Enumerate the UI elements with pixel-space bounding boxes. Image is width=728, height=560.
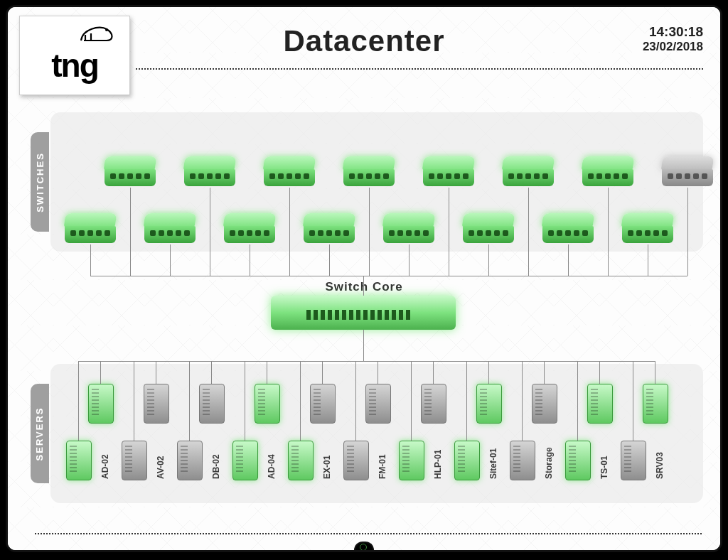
connector-line xyxy=(633,361,633,441)
connector-line xyxy=(78,361,79,441)
switch-node[interactable] xyxy=(542,213,594,244)
power-indicator-icon xyxy=(354,542,374,551)
screen-content: tng Datacenter 14:30:18 23/02/2018 SWITC… xyxy=(8,7,720,550)
connector-line xyxy=(250,244,250,276)
server-node[interactable] xyxy=(343,441,368,479)
connector-line xyxy=(300,361,301,441)
server-node[interactable] xyxy=(510,441,534,479)
connector-line xyxy=(599,361,600,384)
connector-line xyxy=(289,188,290,276)
connector-line xyxy=(90,244,91,276)
switch-node[interactable] xyxy=(662,156,713,188)
connector-line xyxy=(544,361,545,384)
switches-panel-label: SWITCHES xyxy=(35,152,46,212)
server-label: Sitef-01 xyxy=(488,448,498,479)
connector-line xyxy=(363,330,364,361)
server-node[interactable] xyxy=(565,441,589,479)
connector-line xyxy=(170,244,171,276)
server-node[interactable] xyxy=(399,441,423,479)
connector-line xyxy=(608,188,609,276)
switch-node[interactable] xyxy=(105,156,156,188)
switches-panel-tab: SWITCHES xyxy=(31,132,49,232)
server-node[interactable] xyxy=(66,441,90,479)
switch-node[interactable] xyxy=(184,156,235,188)
connector-line xyxy=(210,188,210,276)
connector-line xyxy=(134,361,134,441)
server-node[interactable] xyxy=(621,441,645,479)
connector-line xyxy=(449,188,449,276)
core-switch-label: Switch Core xyxy=(8,280,720,294)
servers-panel-label: SERVERS xyxy=(35,406,46,461)
server-node[interactable] xyxy=(365,384,390,422)
clock: 14:30:18 23/02/2018 xyxy=(643,24,703,54)
server-node[interactable] xyxy=(122,441,146,479)
switch-node[interactable] xyxy=(423,156,474,188)
core-switch[interactable] xyxy=(271,296,456,330)
server-node[interactable] xyxy=(643,384,667,422)
connector-line xyxy=(577,361,578,441)
server-node[interactable] xyxy=(454,441,478,479)
connector-line xyxy=(90,276,687,276)
connector-line xyxy=(522,361,523,441)
divider-top xyxy=(136,68,703,70)
server-node[interactable] xyxy=(310,384,334,422)
server-label: EX-01 xyxy=(322,456,332,479)
switch-node[interactable] xyxy=(383,213,434,244)
connector-line xyxy=(156,361,156,384)
server-label: AD-02 xyxy=(100,454,110,479)
switch-node[interactable] xyxy=(463,213,514,244)
connector-line xyxy=(245,361,245,441)
connector-line xyxy=(648,244,648,276)
connector-line xyxy=(568,244,569,276)
connector-line xyxy=(655,361,655,384)
server-node[interactable] xyxy=(288,441,312,479)
connector-line xyxy=(409,244,410,276)
connector-line xyxy=(363,276,364,296)
connector-line xyxy=(329,244,330,276)
server-node[interactable] xyxy=(177,441,201,479)
switch-node[interactable] xyxy=(622,213,673,244)
server-label: AV-02 xyxy=(156,456,166,479)
connector-line xyxy=(78,361,655,362)
switch-node[interactable] xyxy=(503,156,554,188)
clock-time: 14:30:18 xyxy=(643,24,703,40)
divider-bottom xyxy=(35,533,703,534)
server-node[interactable] xyxy=(587,384,611,422)
clock-date: 23/02/2018 xyxy=(643,40,703,54)
monitor-frame: tng Datacenter 14:30:18 23/02/2018 SWITC… xyxy=(6,5,722,552)
server-label: Storage xyxy=(544,447,554,479)
server-label: FM-01 xyxy=(378,454,387,479)
switch-node[interactable] xyxy=(65,213,116,244)
server-node[interactable] xyxy=(199,384,223,422)
connector-line xyxy=(355,361,356,441)
connector-line xyxy=(466,361,467,441)
connector-line xyxy=(369,188,370,276)
connector-line xyxy=(687,188,688,276)
switch-node[interactable] xyxy=(144,213,196,244)
switch-node[interactable] xyxy=(224,213,275,244)
connector-line xyxy=(322,361,323,384)
server-label: TS-01 xyxy=(599,456,609,479)
server-label: HLP-01 xyxy=(433,450,443,479)
server-node[interactable] xyxy=(232,441,257,479)
connector-line xyxy=(378,361,378,384)
connector-line xyxy=(488,244,489,276)
server-node[interactable] xyxy=(532,384,556,422)
connector-line xyxy=(411,361,412,441)
server-node[interactable] xyxy=(255,384,279,422)
server-node[interactable] xyxy=(476,384,500,422)
server-label: AD-04 xyxy=(267,454,277,479)
server-node[interactable] xyxy=(88,384,112,422)
server-node[interactable] xyxy=(421,384,445,422)
switch-node[interactable] xyxy=(304,213,355,244)
switch-node[interactable] xyxy=(343,156,395,188)
connector-line xyxy=(189,361,190,441)
servers-panel-tab: SERVERS xyxy=(31,384,49,483)
switch-node[interactable] xyxy=(582,156,633,188)
connector-line xyxy=(100,361,101,384)
connector-line xyxy=(267,361,267,384)
server-node[interactable] xyxy=(144,384,168,422)
switch-node[interactable] xyxy=(264,156,315,188)
connector-line xyxy=(528,188,529,276)
server-label: DB-02 xyxy=(211,454,221,479)
